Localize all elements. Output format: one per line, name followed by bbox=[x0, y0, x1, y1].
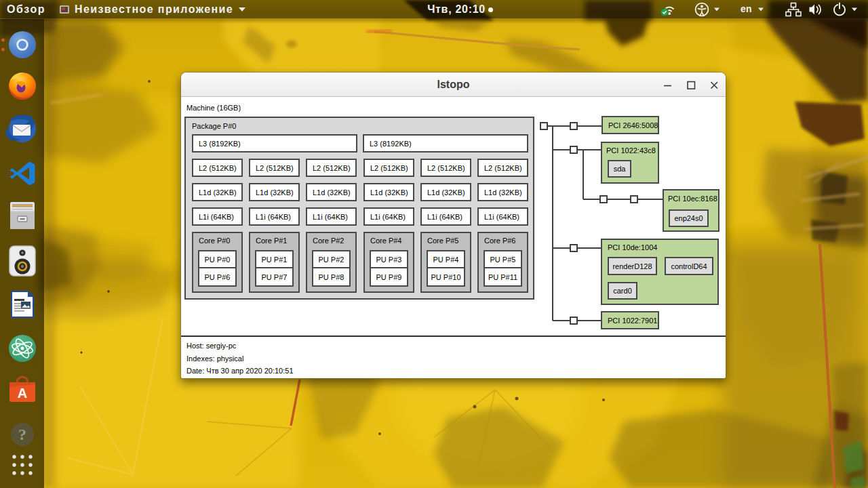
svg-text:A: A bbox=[18, 386, 27, 401]
svg-text:?: ? bbox=[18, 426, 26, 443]
